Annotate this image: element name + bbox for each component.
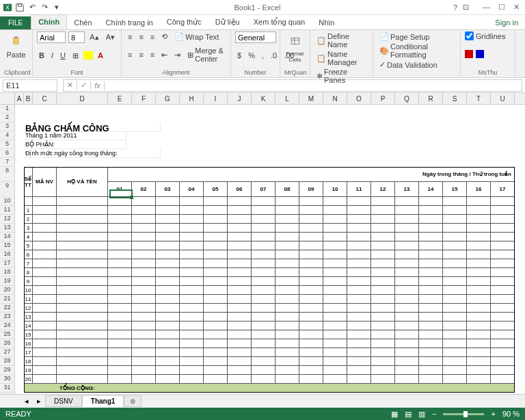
sheet-nav-next-icon[interactable]: ▸ [33, 397, 45, 406]
maximize-icon[interactable]: ☐ [498, 3, 505, 12]
align-left-icon[interactable]: ≡ [126, 50, 134, 60]
number-format-select[interactable]: General [235, 31, 276, 43]
view-pagebreak-icon[interactable]: ▥ [418, 410, 425, 419]
view-normal-icon[interactable]: ▦ [391, 410, 398, 419]
row-header-4[interactable]: 4 [0, 131, 15, 140]
data-validation-button[interactable]: ✓Data Validation [377, 60, 456, 70]
select-all-corner[interactable] [0, 93, 15, 105]
qat-dropdown-icon[interactable]: ▾ [52, 3, 62, 12]
percent-icon[interactable]: % [246, 51, 257, 60]
row-header-28[interactable]: 28 [0, 357, 15, 366]
format-cells-button[interactable]: Format Cells [284, 31, 306, 64]
minimize-icon[interactable]: — [483, 3, 490, 12]
enter-fx-icon[interactable]: ✓ [77, 81, 91, 90]
font-size-select[interactable]: 8 [68, 31, 85, 43]
align-center-icon[interactable]: ≡ [137, 50, 145, 60]
row-header-25[interactable]: 25 [0, 330, 15, 339]
col-header-B[interactable]: B [24, 93, 33, 105]
align-top-icon[interactable]: ≡ [126, 32, 134, 42]
zoom-out-icon[interactable]: − [432, 410, 436, 418]
col-header-Q[interactable]: Q [395, 93, 419, 105]
row-header-24[interactable]: 24 [0, 321, 15, 330]
tab-formulas[interactable]: Công thức [160, 15, 208, 29]
row-header-8[interactable]: 8 [0, 167, 15, 182]
help-icon[interactable]: ? [453, 3, 457, 12]
view-layout-icon[interactable]: ▤ [405, 410, 412, 419]
col-header-H[interactable]: H [180, 93, 204, 105]
indent-dec-icon[interactable]: ⇤ [159, 50, 170, 60]
zoom-in-icon[interactable]: + [491, 410, 495, 418]
col-header-C[interactable]: C [33, 93, 57, 105]
wrap-text-button[interactable]: 📄Wrap Text [172, 31, 221, 42]
cell-grid[interactable]: BẢNG CHẤM CÔNGTháng 1 năm 2011BỘ PHẬN:Đị… [15, 105, 525, 394]
file-tab[interactable]: FILE [0, 16, 31, 29]
border-button[interactable]: ⊞ [70, 51, 81, 61]
color-2[interactable] [476, 50, 484, 58]
define-name-button[interactable]: 📋Define Name [314, 31, 368, 49]
add-sheet-button[interactable]: ⊕ [124, 395, 142, 407]
decrease-font-icon[interactable]: A▾ [104, 32, 117, 42]
row-header-18[interactable]: 18 [0, 268, 15, 277]
tab-home[interactable]: Chính [31, 14, 67, 29]
row-header-30[interactable]: 30 [0, 375, 15, 384]
sheet-tab-dsnv[interactable]: DSNV [45, 395, 82, 407]
font-name-select[interactable]: Arial [37, 31, 66, 43]
col-header-P[interactable]: P [371, 93, 395, 105]
row-header-20[interactable]: 20 [0, 286, 15, 295]
row-header-12[interactable]: 12 [0, 215, 15, 224]
col-header-S[interactable]: S [443, 93, 467, 105]
indent-inc-icon[interactable]: ⇥ [172, 50, 183, 60]
row-header-26[interactable]: 26 [0, 339, 15, 348]
col-header-U[interactable]: U [491, 93, 515, 105]
currency-icon[interactable]: $ [235, 51, 243, 60]
freeze-panes-button[interactable]: ❄Freeze Panes [314, 67, 368, 85]
col-header-A[interactable]: A [15, 93, 24, 105]
row-header-22[interactable]: 22 [0, 304, 15, 313]
col-header-M[interactable]: M [299, 93, 323, 105]
increase-font-icon[interactable]: A▴ [88, 32, 100, 42]
col-header-F[interactable]: F [132, 93, 156, 105]
undo-icon[interactable]: ↶ [27, 3, 37, 12]
row-header-27[interactable]: 27 [0, 348, 15, 357]
ribbon-options-icon[interactable]: ⊡ [463, 3, 469, 12]
bold-button[interactable]: B [37, 51, 46, 60]
tab-data[interactable]: Dữ liệu [208, 15, 247, 29]
zoom-level[interactable]: 90 % [502, 410, 520, 418]
row-header-9[interactable]: 9 [0, 182, 15, 197]
row-header-2[interactable]: 2 [0, 114, 15, 122]
tab-pagelayout[interactable]: Chính trang in [99, 16, 160, 29]
row-header-6[interactable]: 6 [0, 149, 15, 158]
color-1[interactable] [465, 50, 473, 58]
col-header-J[interactable]: J [228, 93, 252, 105]
col-header-L[interactable]: L [275, 93, 299, 105]
row-header-3[interactable]: 3 [0, 122, 15, 131]
sign-in-link[interactable]: Sign in [488, 16, 525, 29]
name-box[interactable]: E11 [3, 79, 57, 92]
comma-icon[interactable]: , [260, 51, 266, 60]
tab-insert[interactable]: Chèn [67, 16, 98, 29]
col-header-R[interactable]: R [419, 93, 443, 105]
row-header-10[interactable]: 10 [0, 197, 15, 206]
page-setup-button[interactable]: 📄Page Setup [377, 31, 456, 42]
sheet-tab-thang1[interactable]: Thang1 [82, 395, 124, 407]
col-header-E[interactable]: E [108, 93, 132, 105]
row-header-19[interactable]: 19 [0, 277, 15, 286]
decimal-inc-icon[interactable]: .0 [269, 51, 279, 60]
col-header-K[interactable]: K [252, 93, 275, 105]
align-middle-icon[interactable]: ≡ [137, 32, 145, 42]
orientation-icon[interactable]: ⟲ [159, 31, 170, 42]
tab-review[interactable]: Xem tổng quan [247, 15, 312, 29]
row-header-29[interactable]: 29 [0, 366, 15, 375]
col-header-D[interactable]: D [57, 93, 108, 105]
row-header-13[interactable]: 13 [0, 224, 15, 233]
col-header-I[interactable]: I [204, 93, 228, 105]
save-icon[interactable] [15, 3, 25, 12]
close-icon[interactable]: ✕ [513, 3, 520, 12]
formula-bar[interactable]: ✕ ✓ fx [63, 79, 522, 92]
fx-icon[interactable]: fx [91, 81, 105, 90]
col-header-N[interactable]: N [323, 93, 347, 105]
tab-view[interactable]: Nhìn [312, 16, 341, 29]
fill-color-button[interactable] [83, 51, 93, 60]
zoom-slider[interactable] [443, 413, 484, 415]
row-header-23[interactable]: 23 [0, 313, 15, 321]
